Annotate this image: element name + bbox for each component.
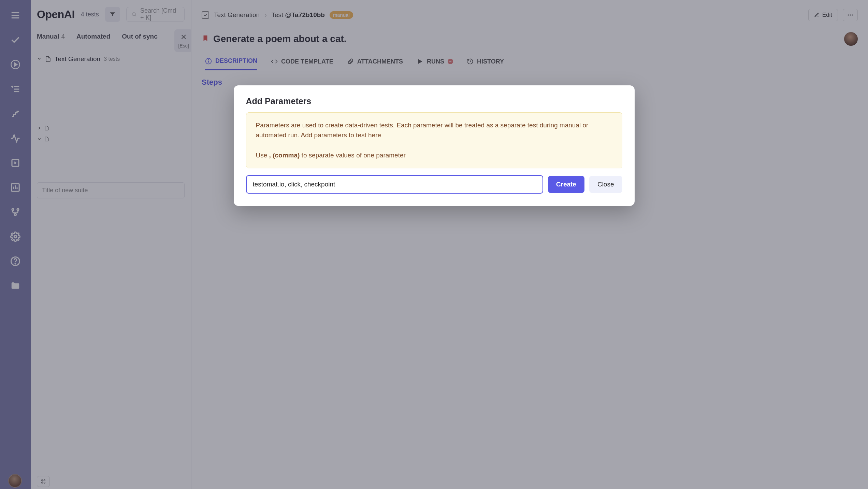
parameters-input[interactable] <box>246 175 543 194</box>
modal-title: Add Parameters <box>246 96 622 106</box>
add-parameters-modal: Add Parameters Parameters are used to cr… <box>234 85 635 206</box>
info-line-2: Use , (comma) to separate values of one … <box>256 150 612 160</box>
close-button[interactable]: Close <box>589 176 622 193</box>
info-line-1: Parameters are used to create data-drive… <box>256 120 612 140</box>
modal-overlay: Add Parameters Parameters are used to cr… <box>0 0 868 489</box>
create-button[interactable]: Create <box>548 176 584 193</box>
modal-info-box: Parameters are used to create data-drive… <box>246 112 622 168</box>
